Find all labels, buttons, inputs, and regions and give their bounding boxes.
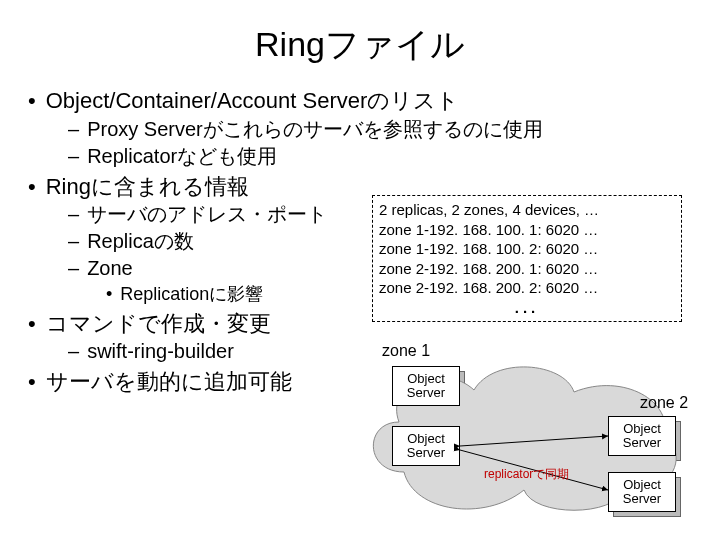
ring-info-box: 2 replicas, 2 zones, 4 devices, … zone 1… (372, 195, 682, 322)
cloud-diagram: zone 1 zone 2 Object Server Object Serve… (360, 348, 700, 528)
zone1-label: zone 1 (382, 342, 430, 360)
bullet-text: コマンドで作成・変更 (46, 311, 271, 336)
bullet-replicator-uses: Replicatorなども使用 (68, 143, 720, 170)
replicator-label: replicatorで同期 (484, 466, 569, 483)
obj-line: Server (393, 446, 459, 460)
bullet-text: Zone (87, 257, 133, 279)
bullet-text: Ringに含まれる情報 (46, 174, 249, 199)
bullet-text: Replicatorなども使用 (87, 145, 277, 167)
obj-line: Object (393, 372, 459, 386)
obj-line: Server (393, 386, 459, 400)
obj-line: Server (609, 492, 675, 506)
object-server-box: Object Server (392, 426, 460, 466)
bullet-text: サーバを動的に追加可能 (46, 369, 292, 394)
infobox-line: zone 1-192. 168. 100. 2: 6020 … (379, 239, 675, 259)
bullet-text: Replicationに影響 (120, 284, 263, 304)
bullet-text: サーバのアドレス・ポート (87, 203, 327, 225)
bullet-text: swift-ring-builder (87, 340, 234, 362)
zone2-label: zone 2 (640, 394, 688, 412)
infobox-line: zone 2-192. 168. 200. 2: 6020 … (379, 278, 675, 298)
obj-line: Object (609, 478, 675, 492)
infobox-line: zone 1-192. 168. 100. 1: 6020 … (379, 220, 675, 240)
object-server-box: Object Server (608, 472, 676, 512)
bullet-servers-list: Object/Container/Account Serverのリスト Prox… (28, 86, 720, 170)
bullet-text: Object/Container/Account Serverのリスト (46, 88, 460, 113)
obj-line: Object (609, 422, 675, 436)
bullet-text: Proxy Serverがこれらのサーバを参照するのに使用 (87, 118, 543, 140)
infobox-line: zone 2-192. 168. 200. 1: 6020 … (379, 259, 675, 279)
obj-line: Object (393, 432, 459, 446)
bullet-text: Replicaの数 (87, 230, 194, 252)
page-title: Ringファイル (0, 0, 720, 86)
obj-line: Server (609, 436, 675, 450)
object-server-box: Object Server (608, 416, 676, 456)
bullet-proxy: Proxy Serverがこれらのサーバを参照するのに使用 (68, 116, 720, 143)
infobox-head: 2 replicas, 2 zones, 4 devices, … (379, 200, 675, 220)
object-server-box: Object Server (392, 366, 460, 406)
infobox-ellipsis: ... (379, 298, 675, 318)
